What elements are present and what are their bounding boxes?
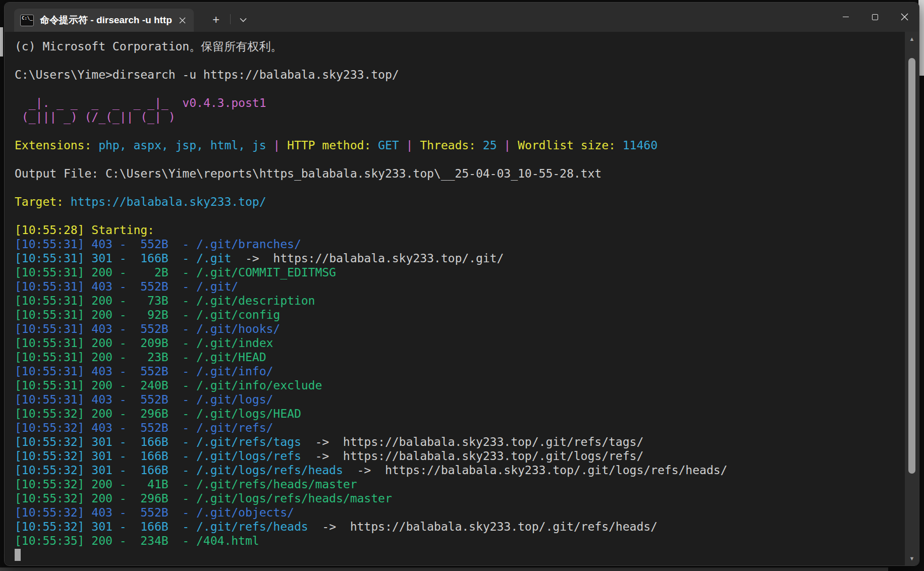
scroll-up-arrow[interactable]: ▲ (905, 35, 919, 42)
terminal-line (15, 152, 905, 166)
tab-title: 命令提示符 - dirsearch -u http (40, 9, 173, 32)
terminal-line: [10:55:31] 403 - 552B - /.git/ (15, 279, 905, 294)
terminal-line: [10:55:35] 200 - 234B - /404.html (15, 534, 905, 548)
terminal-line (15, 82, 905, 96)
terminal-cursor-line (15, 548, 905, 562)
terminal-body: (c) Microsoft Corporation。保留所有权利。C:\User… (5, 32, 919, 565)
terminal-line: [10:55:31] 200 - 240B - /.git/info/exclu… (15, 378, 905, 392)
terminal-line (15, 124, 905, 138)
close-icon (901, 13, 908, 21)
terminal-line: [10:55:31] 403 - 552B - /.git/logs/ (15, 392, 905, 407)
terminal-line: Extensions: php, aspx, jsp, html, js | H… (15, 138, 905, 152)
tab-cmd[interactable]: C:\_ 命令提示符 - dirsearch -u http (14, 9, 194, 32)
new-tab-button[interactable]: + (207, 11, 225, 28)
minimize-icon (843, 17, 849, 17)
close-button[interactable] (890, 3, 919, 31)
terminal-output[interactable]: (c) Microsoft Corporation。保留所有权利。C:\User… (5, 32, 905, 565)
terminal-line: (_||| _) (/_(_|| (_| ) (15, 110, 905, 124)
terminal-line: [10:55:31] 200 - 209B - /.git/index (15, 336, 905, 350)
terminal-line: Target: https://balabala.sky233.top/ (15, 195, 905, 209)
terminal-line: [10:55:31] 200 - 23B - /.git/HEAD (15, 350, 905, 364)
terminal-line (15, 53, 905, 68)
title-bar[interactable]: C:\_ 命令提示符 - dirsearch -u http + (5, 3, 919, 32)
terminal-line: [10:55:31] 301 - 166B - /.git -> https:/… (15, 251, 905, 265)
desktop-background-sliver-bottom (0, 567, 888, 571)
terminal-line: [10:55:28] Starting: (15, 223, 905, 237)
tab-close-icon[interactable] (175, 13, 190, 28)
terminal-line: [10:55:32] 301 - 166B - /.git/refs/tags … (15, 435, 905, 449)
terminal-line (15, 209, 905, 223)
terminal-line: [10:55:32] 301 - 166B - /.git/logs/refs … (15, 449, 905, 463)
terminal-line: [10:55:32] 200 - 296B - /.git/logs/HEAD (15, 407, 905, 421)
terminal-line: [10:55:31] 403 - 552B - /.git/hooks/ (15, 322, 905, 336)
terminal-line: [10:55:32] 301 - 166B - /.git/refs/heads… (15, 520, 905, 534)
terminal-line: Output File: C:\Users\Yime\reports\https… (15, 166, 905, 181)
chevron-down-icon[interactable] (235, 11, 252, 28)
desktop-background-sliver-left (0, 27, 3, 56)
tab-bar-divider (230, 14, 231, 24)
terminal-line: [10:55:32] 200 - 41B - /.git/refs/heads/… (15, 477, 905, 491)
terminal-line: [10:55:32] 403 - 552B - /.git/refs/ (15, 421, 905, 435)
scrollbar-thumb[interactable] (908, 58, 915, 474)
terminal-line: [10:55:31] 403 - 552B - /.git/info/ (15, 364, 905, 378)
terminal-line: [10:55:31] 200 - 2B - /.git/COMMIT_EDITM… (15, 265, 905, 279)
minimize-button[interactable] (831, 3, 860, 31)
scroll-down-arrow[interactable]: ▼ (905, 555, 919, 562)
maximize-icon (872, 14, 878, 20)
window-controls (831, 3, 919, 31)
terminal-line: C:\Users\Yime>dirsearch -u https://balab… (15, 68, 905, 82)
cmd-prompt-icon: C:\_ (20, 15, 34, 26)
terminal-line: [10:55:31] 200 - 73B - /.git/description (15, 294, 905, 308)
terminal-line: [10:55:32] 301 - 166B - /.git/logs/refs/… (15, 463, 905, 477)
terminal-line: _|. _ _ _ _ _ _|_ v0.4.3.post1 (15, 96, 905, 110)
terminal-line: [10:55:32] 403 - 552B - /.git/objects/ (15, 505, 905, 520)
terminal-line: [10:55:31] 200 - 92B - /.git/config (15, 308, 905, 322)
terminal-cursor (15, 549, 21, 561)
terminal-line: (c) Microsoft Corporation。保留所有权利。 (15, 39, 905, 53)
scrollbar[interactable]: ▲ ▼ (905, 32, 919, 565)
terminal-window: C:\_ 命令提示符 - dirsearch -u http + (c) Mic… (4, 2, 919, 566)
terminal-line: [10:55:32] 200 - 296B - /.git/logs/refs/… (15, 491, 905, 505)
terminal-line (15, 181, 905, 195)
terminal-line: [10:55:31] 403 - 552B - /.git/branches/ (15, 237, 905, 251)
maximize-button[interactable] (860, 3, 890, 31)
